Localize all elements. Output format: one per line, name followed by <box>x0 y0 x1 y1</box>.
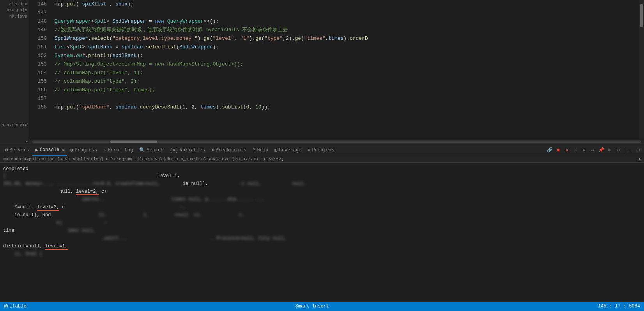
clear-btn[interactable]: ≡ <box>571 146 579 154</box>
open-console-btn[interactable]: ⊞ <box>606 146 614 154</box>
console-line-11: ll, Sndl [ <box>3 250 641 258</box>
code-line-156: // columnMap.put("times", times); <box>55 86 639 94</box>
scrollbar-thumb[interactable] <box>640 4 643 27</box>
status-writable: Writable <box>4 304 27 309</box>
servers-icon: ⚙ <box>5 147 8 153</box>
tab-problems[interactable]: ⊠ Problems <box>304 145 338 156</box>
error-icon: ⚠ <box>103 147 106 153</box>
tabs-row: ⚙ Servers ▶ Console ✕ ◑ Progress ⚠ Error… <box>2 145 642 156</box>
console-line-3: null, level=2, c+ <box>3 188 641 195</box>
tab-console[interactable]: ▶ Console ✕ <box>32 145 67 156</box>
editor-area: ata.dto ata.pojo nk.java ata.servic › 14… <box>0 0 644 144</box>
horizontal-scrollbar[interactable] <box>29 139 644 144</box>
sidebar-item-4: ata.servic <box>0 122 29 128</box>
console-icon: ▶ <box>35 147 38 153</box>
breakpoints-icon: ● <box>211 148 214 153</box>
scrollbar-thumb-h[interactable] <box>110 140 157 143</box>
status-smart-insert: Smart Insert <box>295 304 329 309</box>
header-chevron[interactable]: ▲ <box>638 157 641 162</box>
scrollbar-track <box>32 140 641 143</box>
tab-errorlog[interactable]: ⚠ Error Log <box>100 145 136 156</box>
app-path: WatchdataApplication [Java Application] … <box>3 157 284 162</box>
disconnect-btn[interactable]: ✕ <box>563 146 571 154</box>
code-line-148: QueryWrapper<Spdl> SpdlWrapper = new Que… <box>55 17 639 26</box>
divider <box>624 147 624 153</box>
ln-156: 156 <box>29 86 47 94</box>
console-line-9: .oditY... . Province=null, City null, <box>3 235 641 242</box>
sidebar-item-1: ata.dto <box>0 1 29 7</box>
code-line-151: List<Spdl> spdlRank = spdldao.selectList… <box>55 43 639 52</box>
word-wrap-btn[interactable]: ↵ <box>589 146 596 154</box>
tab-help[interactable]: ? Help <box>249 145 271 156</box>
console-content[interactable]: completed [ level=1, 201.86, money=..., … <box>0 163 644 302</box>
help-icon: ? <box>253 148 255 153</box>
code-line-149: //数据库表字段为数据库关键词的时候，使用该字段为条件的时候 mybatisPu… <box>55 26 639 34</box>
console-header: WatchdataApplication [Java Application] … <box>0 156 644 163</box>
problems-icon: ⊠ <box>308 147 310 153</box>
stop-btn[interactable]: ■ <box>554 146 562 154</box>
maximize-btn[interactable]: □ <box>634 146 642 154</box>
tab-search-label: Search <box>147 148 163 153</box>
line-numbers: 146 147 148 149 150 151 152 153 154 155 … <box>29 0 51 139</box>
ln-158: 158 <box>29 103 47 112</box>
console-line-5: *=null, level=3, c -. <box>3 203 641 211</box>
progress-icon: ◑ <box>70 147 73 153</box>
status-middle: Smart Insert <box>295 304 329 309</box>
bottom-panel: ⚙ Servers ▶ Console ✕ ◑ Progress ⚠ Error… <box>0 144 644 302</box>
vertical-scrollbar[interactable] <box>639 0 644 139</box>
tab-servers[interactable]: ⚙ Servers <box>2 145 32 156</box>
code-panel: 146 147 148 149 150 151 152 153 154 155 … <box>29 0 644 144</box>
ln-154: 154 <box>29 69 47 77</box>
code-line-153: // Map<String,Object>columnMap = new Has… <box>55 60 639 69</box>
tab-progress[interactable]: ◑ Progress <box>67 145 100 156</box>
settings-btn[interactable]: ⊟ <box>614 146 622 154</box>
ln-151: 151 <box>29 43 47 52</box>
console-line-4: ime=nu.. times null, p.......dsa...... .… <box>3 195 641 203</box>
console-completed: completed <box>3 164 641 172</box>
tab-variables-label: Variables <box>180 148 205 153</box>
tab-help-label: Help <box>257 148 269 153</box>
tab-breakpoints[interactable]: ● Breakpoints <box>208 145 249 156</box>
tab-coverage[interactable]: ◧ Coverage <box>271 145 304 156</box>
scroll-lock-btn[interactable]: ⊗ <box>580 146 588 154</box>
ln-152: 152 <box>29 52 47 60</box>
console-close[interactable]: ✕ <box>62 148 64 152</box>
sidebar-item-3: nk.java <box>0 13 29 20</box>
search-icon: 🔍 <box>139 147 145 153</box>
panel-tabs: ⚙ Servers ▶ Console ✕ ◑ Progress ⚠ Error… <box>0 144 644 156</box>
console-line-8: time imes null, <box>3 227 641 235</box>
variables-icon: (x) <box>170 148 178 153</box>
editor-with-scroll: 146 147 148 149 150 151 152 153 154 155 … <box>29 0 644 139</box>
tab-search[interactable]: 🔍 Search <box>136 145 166 156</box>
pin-btn[interactable]: 📌 <box>597 146 605 154</box>
sidebar-item-2: ata.pojo <box>0 7 29 13</box>
link-btn[interactable]: 🔗 <box>546 146 554 154</box>
tab-variables[interactable]: (x) Variables <box>166 145 208 156</box>
tab-coverage-label: Coverage <box>279 148 302 153</box>
code-line-157 <box>55 94 639 103</box>
code-line-150: SpdlWrapper.select("category,level,type,… <box>55 34 639 43</box>
tab-progress-label: Progress <box>75 148 97 153</box>
status-position: 145 : 17 : 5064 <box>598 304 640 309</box>
tab-problems-label: Problems <box>312 148 334 153</box>
left-sidebar: ata.dto ata.pojo nk.java ata.servic › <box>0 0 29 144</box>
sidebar-expand-btn[interactable]: › <box>0 140 29 144</box>
code-line-158: map.put("spdlRank", spdldao.queryDescSnd… <box>55 103 639 112</box>
status-left: Writable <box>4 304 27 309</box>
console-line-2: 201.86, money=..., .............ro=0.0, … <box>3 180 641 188</box>
code-line-152: System.out.println(spdlRank); <box>55 52 639 60</box>
tab-console-label: Console <box>40 147 59 153</box>
status-bar: Writable Smart Insert 145 : 17 : 5064 <box>0 302 644 311</box>
code-lines[interactable]: map.put( spiXlist , spix); QueryWrapper<… <box>51 0 639 139</box>
console-line-7: e) ~ <box>3 219 641 227</box>
ln-155: 155 <box>29 77 47 86</box>
code-line-146: map.put( spiXlist , spix); <box>55 0 639 9</box>
console-line-1: [ level=1, <box>3 172 641 180</box>
code-line-154: // columnMap.put("level", 1); <box>55 69 639 77</box>
ln-146: 146 <box>29 0 47 9</box>
ln-157: 157 <box>29 94 47 103</box>
ln-147: 147 <box>29 9 47 17</box>
console-line-6: ie=null], Snd ll. l. =null cl. c. <box>3 211 641 219</box>
minimize-btn[interactable]: — <box>626 146 633 154</box>
code-line-155: // columnMap.put("type", 2); <box>55 77 639 86</box>
